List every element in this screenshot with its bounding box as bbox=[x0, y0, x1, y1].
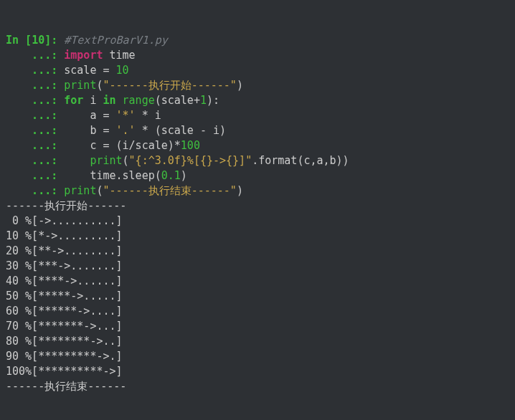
cont-prompt: ...: bbox=[6, 124, 64, 137]
kw-in: in bbox=[103, 94, 115, 107]
cont-prompt: ...: bbox=[6, 109, 64, 122]
str-start: "------执行开始------" bbox=[103, 79, 236, 92]
fn-print: print bbox=[64, 184, 96, 197]
out-line: 0 %[->..........] bbox=[6, 214, 123, 227]
code-cell: In [10]: #TextProBarV1.py ...: import ti… bbox=[6, 33, 509, 199]
kw-import: import bbox=[64, 49, 103, 62]
fn-print: print bbox=[64, 79, 96, 92]
kw-for: for bbox=[64, 94, 83, 107]
out-line: 60 %[******->....] bbox=[6, 305, 123, 318]
mod-time: time bbox=[110, 49, 136, 62]
var-scale: scale bbox=[64, 64, 96, 77]
comment-line: #TextProBarV1.py bbox=[64, 34, 168, 47]
cont-prompt: ...: bbox=[6, 154, 64, 167]
output-block: ------执行开始------ 0 %[->..........] 10 %[… bbox=[6, 199, 509, 394]
out-line: 70 %[*******->...] bbox=[6, 320, 123, 333]
out-line: 80 %[********->..] bbox=[6, 335, 123, 348]
cont-prompt: ...: bbox=[6, 49, 64, 62]
cont-prompt: ...: bbox=[6, 94, 64, 107]
cont-prompt: ...: bbox=[6, 79, 64, 92]
cont-prompt: ...: bbox=[6, 64, 64, 77]
cont-prompt: ...: bbox=[6, 184, 64, 197]
fn-range: range bbox=[123, 94, 155, 107]
fn-print: print bbox=[90, 154, 122, 167]
cont-prompt: ...: bbox=[6, 169, 64, 182]
cont-prompt: ...: bbox=[6, 139, 64, 152]
out-line: 40 %[****->......] bbox=[6, 275, 123, 287]
out-line: ------执行结束------ bbox=[6, 380, 126, 393]
out-line: 30 %[***->.......] bbox=[6, 259, 123, 272]
out-line: 20 %[**->........] bbox=[6, 244, 123, 257]
out-line: 90 %[*********->.] bbox=[6, 350, 123, 363]
out-line: ------执行开始------ bbox=[6, 199, 126, 212]
out-line: 50 %[*****->.....] bbox=[6, 290, 123, 302]
str-end: "------执行结束------" bbox=[103, 184, 236, 197]
in-prompt: In [10]: bbox=[6, 34, 64, 47]
out-line: 100%[**********->] bbox=[6, 365, 123, 378]
out-line: 10 %[*->.........] bbox=[6, 229, 123, 242]
